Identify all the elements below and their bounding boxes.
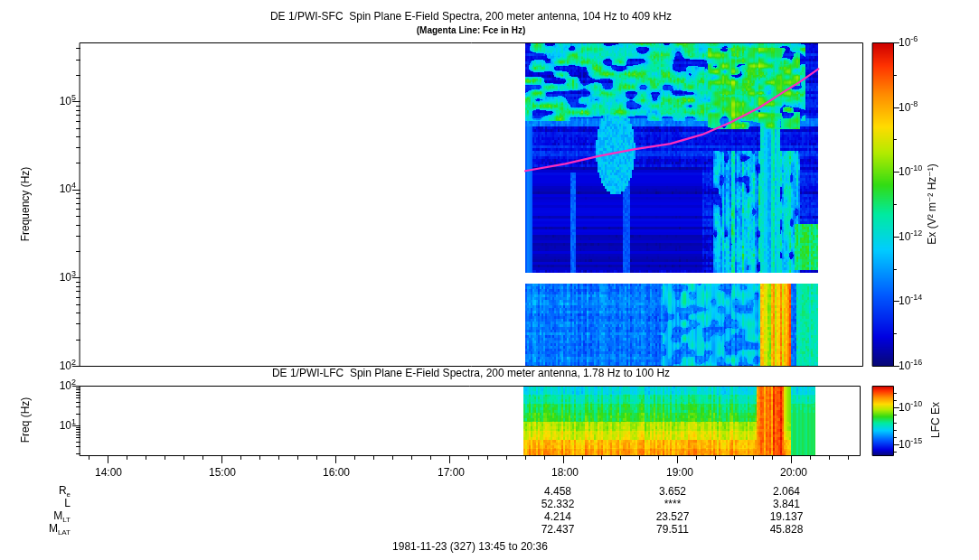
footer-label-sub: LAT: [58, 528, 71, 537]
tick-exp: -8: [910, 99, 918, 108]
tick-base: 10: [899, 101, 910, 114]
tick-base: 10: [60, 182, 71, 195]
lfc-ytick-1e2: 102: [40, 378, 76, 393]
footer-label-text: R: [59, 484, 67, 497]
tick-exp: 1: [71, 417, 76, 426]
xtick-17: 17:00: [424, 466, 478, 479]
tick-base: 10: [60, 419, 71, 432]
footer-l-19: ****: [632, 498, 713, 510]
tick-exp: -12: [910, 229, 922, 238]
tick-exp: 2: [71, 378, 76, 387]
sfc-ytick-1e2: 102: [40, 359, 76, 373]
xtick-20: 20:00: [767, 466, 821, 479]
lfc-ytick-1e1: 101: [40, 418, 76, 433]
tick-exp: 4: [71, 181, 76, 190]
tick-exp: -10: [910, 163, 922, 173]
footer-l-18: 52.332: [517, 498, 598, 510]
tick-base: 10: [899, 36, 910, 49]
footer-label-text: M: [53, 509, 62, 522]
footer-mlat-19: 79.511: [632, 523, 713, 536]
sfc-title: DE 1/PWI-SFC Spin Plane E-Field Spectra,…: [155, 10, 787, 23]
tick-base: 10: [60, 379, 71, 392]
caption: 1981-11-23 (327) 13:45 to 20:36: [334, 540, 606, 553]
footer-re-18: 4.458: [517, 485, 598, 498]
footer-l-20: 3.841: [746, 498, 827, 510]
footer-label-text: M: [49, 522, 58, 535]
tick-exp: -10: [910, 399, 922, 408]
tick-exp: -15: [910, 436, 922, 445]
tick-base: 10: [899, 359, 910, 372]
footer-mlat-20: 45.828: [746, 523, 827, 536]
xtick-19: 19:00: [653, 466, 707, 479]
sfc-ytick-1e3: 103: [40, 270, 76, 285]
tick-exp: 3: [71, 269, 76, 278]
spectrogram-canvas: [0, 0, 979, 560]
tick-base: 10: [899, 438, 910, 451]
tick-base: 10: [899, 294, 910, 307]
tick-exp: -16: [910, 358, 922, 367]
tick-base: 10: [899, 401, 910, 414]
footer-mlt-18: 4.214: [517, 510, 598, 523]
tick-exp: -6: [910, 34, 918, 43]
xtick-14: 14:00: [81, 466, 136, 479]
footer-mlat-18: 72.437: [517, 523, 598, 536]
footer-label-text: L: [64, 497, 71, 509]
sfc-cbtick-1e-6: 10-6: [899, 35, 944, 50]
tick-base: 10: [899, 230, 910, 243]
footer-mlt-20: 19.137: [746, 510, 827, 523]
xtick-15: 15:00: [195, 466, 249, 479]
sfc-subtitle: (Magenta Line: Fce in Hz): [290, 24, 652, 37]
xtick-18: 18:00: [538, 466, 592, 479]
xtick-16: 16:00: [309, 466, 363, 479]
footer-re-20: 2.064: [746, 485, 827, 498]
tick-exp: -14: [910, 293, 922, 302]
tick-base: 10: [60, 359, 71, 372]
tick-base: 10: [899, 165, 910, 178]
footer-label-mlat: MLAT: [27, 522, 71, 537]
lfc-title: DE 1/PWI-LFC Spin Plane E-Field Spectra,…: [155, 367, 787, 379]
tick-base: 10: [60, 271, 71, 284]
tick-base: 10: [60, 95, 71, 107]
figure: DE 1/PWI-SFC Spin Plane E-Field Spectra,…: [0, 0, 979, 560]
tick-exp: 2: [71, 358, 76, 367]
tick-exp: 5: [71, 93, 76, 102]
footer-mlt-19: 23.527: [632, 510, 713, 523]
sfc-ytick-1e5: 105: [40, 94, 76, 108]
lfc-colorbar-label: LFC Ex: [929, 285, 942, 555]
sfc-ytick-1e4: 104: [40, 182, 76, 196]
footer-re-19: 3.652: [632, 485, 713, 498]
